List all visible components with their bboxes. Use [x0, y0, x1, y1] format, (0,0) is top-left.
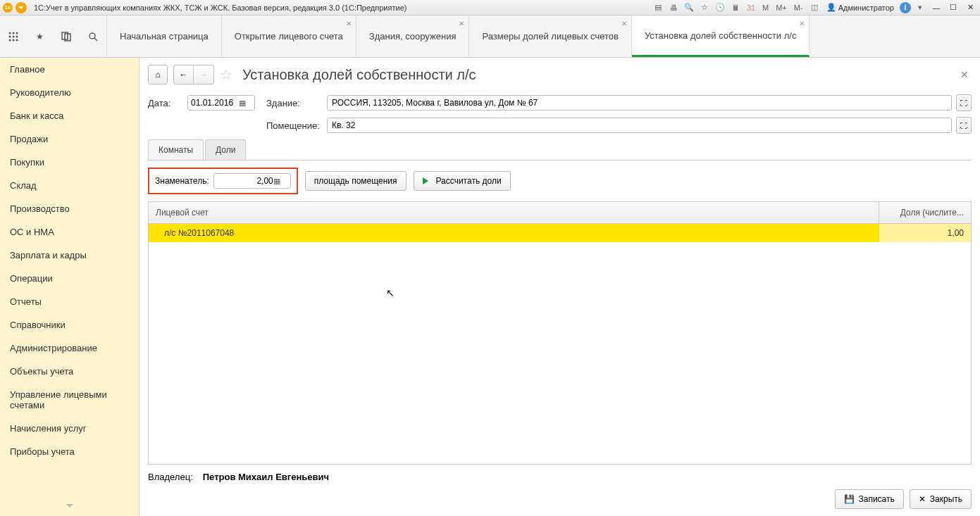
cell-account: л/с №2011067048 — [149, 224, 879, 242]
table-body[interactable]: л/с №2011067048 1,00 — [149, 224, 971, 464]
title-dropdown-icon[interactable] — [15, 2, 27, 13]
denominator-label: Знаменатель: — [155, 176, 209, 186]
sidebar-item-salary[interactable]: Зарплата и кадры — [0, 244, 139, 267]
room-input[interactable] — [332, 120, 947, 130]
calculate-button[interactable]: Рассчитать доли — [414, 171, 511, 191]
svg-point-3 — [8, 35, 11, 37]
tab-label: Размеры долей лицевых счетов — [482, 31, 618, 42]
minimize-button[interactable]: — — [929, 2, 943, 13]
sidebar-item-production[interactable]: Производство — [0, 197, 139, 220]
info-dd-icon[interactable]: ▾ — [914, 2, 926, 13]
history-icon[interactable] — [58, 28, 75, 45]
tb-icon-3[interactable]: 🔍 — [683, 2, 695, 13]
building-label: Здание: — [266, 98, 323, 108]
sidebar-item-accounts-mgmt[interactable]: Управление лицевыми счетами — [0, 383, 139, 417]
sidebar-item-meters[interactable]: Приборы учета — [0, 440, 139, 463]
sidebar-item-directories[interactable]: Справочники — [0, 313, 139, 336]
denominator-input[interactable] — [217, 176, 273, 186]
cell-share: 1,00 — [879, 224, 971, 242]
page-close-button[interactable]: ✕ — [957, 66, 972, 83]
m-button[interactable]: M — [760, 4, 771, 12]
home-button[interactable]: ⌂ — [148, 65, 168, 84]
sidebar-item-objects[interactable]: Объекты учета — [0, 360, 139, 383]
col-account[interactable]: Лицевой счет — [149, 202, 879, 223]
building-field[interactable] — [327, 95, 952, 111]
tab-close-icon[interactable]: ✕ — [799, 20, 805, 27]
sidebar-item-admin[interactable]: Администрирование — [0, 336, 139, 360]
room-field[interactable] — [327, 118, 952, 133]
close-icon: ✕ — [919, 494, 926, 504]
tab-set-shares[interactable]: Установка долей собственности л/с✕ — [632, 15, 810, 57]
denominator-box: Знаменатель: ▦ — [148, 168, 298, 194]
panel-icon[interactable]: ◫ — [808, 2, 821, 13]
tab-share-sizes[interactable]: Размеры долей лицевых счетов✕ — [469, 15, 631, 57]
room-expand-button[interactable]: ⛶ — [956, 117, 972, 134]
tb-icon-1[interactable]: ▤ — [652, 2, 664, 13]
grid-icon[interactable] — [5, 28, 22, 45]
nav-group: ← → — [173, 65, 214, 84]
app-title: 1С:Учет в управляющих компаниях ЖКХ, ТСЖ… — [34, 4, 407, 12]
close-button[interactable]: ✕Закрыть — [910, 489, 972, 509]
date-input[interactable] — [191, 98, 239, 108]
tab-buildings[interactable]: Здания, сооружения✕ — [356, 15, 470, 57]
building-expand-button[interactable]: ⛶ — [956, 94, 972, 111]
sidebar-item-sales[interactable]: Продажи — [0, 127, 139, 151]
tab-close-icon[interactable]: ✕ — [459, 20, 464, 27]
tab-close-icon[interactable]: ✕ — [621, 20, 627, 27]
info-icon[interactable]: i — [900, 2, 911, 13]
clock-icon[interactable]: 🕓 — [714, 2, 726, 13]
forward-button[interactable]: → — [194, 65, 213, 84]
calc-icon[interactable]: 🖩 — [729, 2, 742, 13]
star-icon[interactable]: ☆ — [698, 2, 711, 13]
tab-label: Открытие лицевого счета — [235, 31, 343, 42]
save-button[interactable]: 💾Записать — [835, 489, 904, 509]
search-icon[interactable] — [85, 28, 101, 45]
calendar-icon[interactable]: 31 — [745, 2, 757, 13]
tab-open-account[interactable]: Открытие лицевого счета✕ — [222, 15, 356, 57]
sidebar-item-manager[interactable]: Руководителю — [0, 81, 139, 104]
area-button[interactable]: площадь помещения — [305, 171, 407, 191]
sidebar-more-icon[interactable] — [0, 501, 139, 516]
sidebar-item-bank[interactable]: Банк и касса — [0, 104, 139, 127]
sidebar-item-purchases[interactable]: Покупки — [0, 151, 139, 174]
date-field[interactable]: ▦ — [187, 95, 255, 111]
sidebar-item-assets[interactable]: ОС и НМА — [0, 220, 139, 244]
col-share[interactable]: Доля (числите... — [879, 202, 971, 223]
subtab-rooms[interactable]: Комнаты — [148, 139, 204, 160]
svg-point-7 — [12, 39, 14, 41]
sidebar-item-warehouse[interactable]: Склад — [0, 174, 139, 197]
table-row[interactable]: л/с №2011067048 1,00 — [149, 224, 971, 242]
svg-point-5 — [15, 35, 18, 37]
calc-picker-icon[interactable]: ▦ — [273, 177, 280, 186]
sidebar-item-main[interactable]: Главное — [0, 58, 139, 81]
main-area: ⌂ ← → ☆ Установка долей собственности л/… — [139, 58, 980, 516]
svg-point-4 — [12, 35, 14, 37]
subtab-shares[interactable]: Доли — [205, 139, 246, 160]
close-label: Закрыть — [930, 494, 962, 504]
tab-label: Начальная страница — [120, 31, 209, 42]
svg-point-11 — [89, 33, 95, 39]
star-tool-icon[interactable]: ★ — [32, 28, 49, 45]
tab-close-icon[interactable]: ✕ — [346, 20, 352, 27]
sidebar-item-operations[interactable]: Операции — [0, 267, 139, 290]
shares-table: Лицевой счет Доля (числите... л/с №20110… — [148, 201, 972, 465]
user-badge[interactable]: 👤 Администратор — [824, 3, 897, 12]
sidebar-item-reports[interactable]: Отчеты — [0, 290, 139, 313]
app-icon: 1c — [3, 3, 13, 13]
maximize-button[interactable]: ☐ — [946, 2, 960, 13]
sidebar-item-service-charges[interactable]: Начисления услуг — [0, 417, 139, 440]
denominator-field[interactable]: ▦ — [213, 173, 291, 189]
back-button[interactable]: ← — [174, 65, 194, 84]
tab-home[interactable]: Начальная страница — [107, 15, 222, 57]
m-minus-button[interactable]: M- — [792, 4, 805, 12]
m-plus-button[interactable]: M+ — [774, 4, 789, 12]
user-icon: 👤 — [826, 3, 836, 12]
table-header: Лицевой счет Доля (числите... — [149, 202, 971, 224]
close-window-button[interactable]: ✕ — [963, 2, 977, 13]
favorite-star-icon[interactable]: ☆ — [220, 66, 232, 83]
calendar-picker-icon[interactable]: ▦ — [239, 99, 246, 108]
svg-point-1 — [12, 32, 14, 34]
tb-icon-2[interactable]: 🖶 — [667, 2, 680, 13]
building-input[interactable] — [332, 98, 947, 108]
svg-point-0 — [8, 32, 11, 34]
